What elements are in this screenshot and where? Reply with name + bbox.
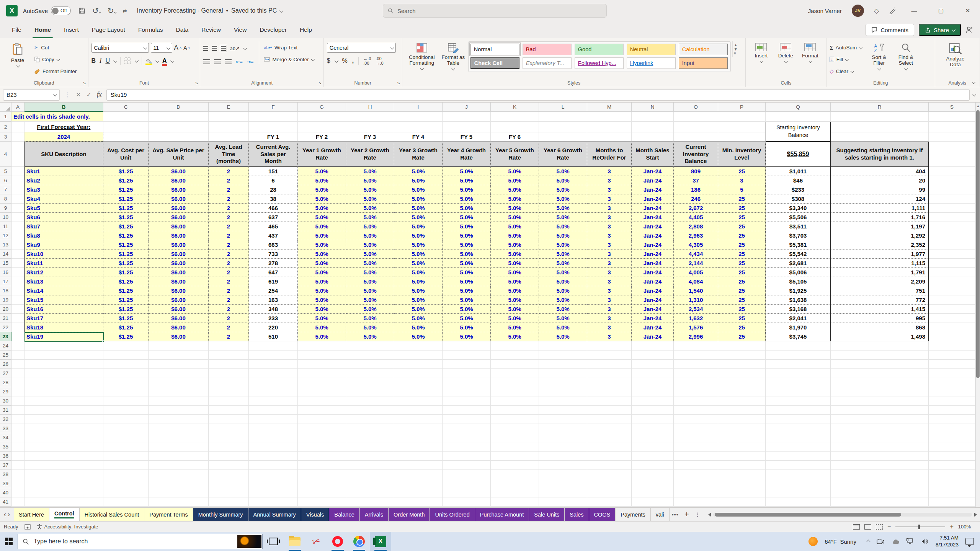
column-header-F[interactable]: F	[249, 103, 298, 112]
cell-empty[interactable]	[443, 406, 491, 415]
cell-empty[interactable]	[394, 488, 443, 497]
column-header-A[interactable]: A	[11, 103, 24, 112]
weather-sun-icon[interactable]	[808, 537, 818, 546]
cell-starting-balance[interactable]: $233	[766, 185, 831, 194]
cell-empty[interactable]	[11, 360, 24, 369]
cell-growth-rate[interactable]: 5.0%	[539, 167, 587, 176]
cell-empty[interactable]	[249, 360, 298, 369]
cell-growth-rate[interactable]: 5.0%	[394, 323, 443, 332]
cell-empty[interactable]	[11, 341, 24, 350]
cell-empty[interactable]	[24, 387, 103, 396]
cell-empty[interactable]	[929, 470, 975, 479]
sheet-tab-cogs[interactable]: COGS	[589, 508, 616, 521]
cell-min-level[interactable]: 25	[718, 231, 766, 240]
align-top-button[interactable]	[203, 46, 208, 51]
cell-empty[interactable]	[11, 194, 24, 204]
cell-growth-rate[interactable]: 5.0%	[394, 194, 443, 204]
save-icon[interactable]	[78, 7, 85, 14]
cell-min-level[interactable]: 3	[718, 176, 766, 185]
cell-empty[interactable]	[766, 132, 831, 142]
cell-starting-balance[interactable]: $3,745	[766, 332, 831, 341]
cell-current-inventory[interactable]: 4,405	[674, 213, 718, 222]
cell-empty[interactable]	[929, 369, 975, 378]
cell-growth-rate[interactable]: 5.0%	[443, 332, 491, 341]
cell-month-start[interactable]: Jan-24	[632, 167, 674, 176]
cell-current-inventory[interactable]: 246	[674, 194, 718, 204]
fill-color-button[interactable]	[146, 59, 152, 64]
cell-style-followed[interactable]: Followed Hyp...	[575, 57, 624, 69]
cell-empty[interactable]	[929, 213, 975, 222]
cell-empty[interactable]	[149, 112, 209, 122]
cell-growth-rate[interactable]: 5.0%	[394, 268, 443, 277]
cell-min-level[interactable]: 25	[718, 314, 766, 323]
cell-growth-rate[interactable]: 5.0%	[346, 204, 394, 213]
cell-style-bad[interactable]: Bad	[523, 44, 572, 55]
cell-empty[interactable]	[443, 452, 491, 461]
cell-empty[interactable]	[443, 488, 491, 497]
cell-sku-Sku10[interactable]: Sku10	[24, 249, 103, 259]
row-header-31[interactable]: 31	[0, 406, 11, 415]
cell-empty[interactable]	[24, 479, 103, 488]
cell-growth-rate[interactable]: 5.0%	[346, 332, 394, 341]
cell-growth-rate[interactable]: 5.0%	[346, 213, 394, 222]
cell-current-inventory[interactable]: 1,632	[674, 314, 718, 323]
cell-empty[interactable]	[929, 488, 975, 497]
cell-empty[interactable]	[103, 396, 149, 406]
cell-sku-Sku7[interactable]: Sku7	[24, 222, 103, 231]
cell-growth-rate[interactable]: 5.0%	[346, 268, 394, 277]
cell-empty[interactable]	[632, 424, 674, 433]
horizontal-scrollbar[interactable]	[705, 508, 980, 521]
cell-empty[interactable]	[298, 497, 346, 507]
gallery-up-icon[interactable]: ▲	[734, 43, 738, 47]
cell-empty[interactable]	[632, 112, 674, 122]
cell-empty[interactable]	[929, 387, 975, 396]
cell-growth-rate[interactable]: 5.0%	[298, 231, 346, 240]
cell-lead-time[interactable]: 2	[209, 176, 249, 185]
cell-empty[interactable]	[11, 132, 24, 142]
cell-empty[interactable]	[587, 442, 632, 452]
cell-empty[interactable]	[249, 378, 298, 387]
cell-sku-Sku12[interactable]: Sku12	[24, 268, 103, 277]
cell-month-start[interactable]: Jan-24	[632, 240, 674, 249]
cell-empty[interactable]	[11, 433, 24, 442]
cell-empty[interactable]	[929, 341, 975, 350]
cell-empty[interactable]	[539, 350, 587, 360]
cell-lead-time[interactable]: 2	[209, 259, 249, 268]
cell-growth-rate[interactable]: 5.0%	[298, 194, 346, 204]
minimize-button[interactable]: —	[906, 3, 923, 18]
cell-empty[interactable]	[831, 479, 929, 488]
cell-price[interactable]: $6.00	[149, 277, 209, 286]
cell-sku-Sku2[interactable]: Sku2	[24, 176, 103, 185]
cell-empty[interactable]	[632, 470, 674, 479]
cell-empty[interactable]	[149, 433, 209, 442]
cell-empty[interactable]	[587, 122, 632, 132]
cell-empty[interactable]	[298, 479, 346, 488]
cell-suggested[interactable]: 404	[831, 167, 929, 176]
cell-growth-rate[interactable]: 5.0%	[491, 314, 539, 323]
cell-empty[interactable]	[149, 461, 209, 470]
cell-price[interactable]: $6.00	[149, 213, 209, 222]
cell-starting-balance[interactable]: $3,703	[766, 231, 831, 240]
cell-empty[interactable]	[394, 378, 443, 387]
cell-empty[interactable]	[929, 305, 975, 314]
cell-empty[interactable]	[103, 122, 149, 132]
cell-empty[interactable]	[929, 194, 975, 204]
cell-empty[interactable]	[11, 415, 24, 424]
cell-growth-rate[interactable]: 5.0%	[539, 295, 587, 305]
cell-empty[interactable]	[149, 488, 209, 497]
cell-empty[interactable]	[443, 424, 491, 433]
sheet-tab-visuals[interactable]: Visuals	[301, 508, 329, 521]
cell-empty[interactable]	[587, 488, 632, 497]
cell-lead-time[interactable]: 2	[209, 213, 249, 222]
cell-growth-rate[interactable]: 5.0%	[298, 249, 346, 259]
cell-empty[interactable]	[103, 488, 149, 497]
cell-empty[interactable]	[149, 122, 209, 132]
document-title[interactable]: Inventory Forecasting - General • Saved …	[137, 7, 283, 14]
cell-current-inventory[interactable]: 37	[674, 176, 718, 185]
cell-empty[interactable]	[718, 132, 766, 142]
cell-avg-sales[interactable]: 465	[249, 222, 298, 231]
cell-sku-Sku9[interactable]: Sku9	[24, 240, 103, 249]
cell-min-level[interactable]: 25	[718, 332, 766, 341]
cell-empty[interactable]	[149, 360, 209, 369]
cell-empty[interactable]	[24, 497, 103, 507]
